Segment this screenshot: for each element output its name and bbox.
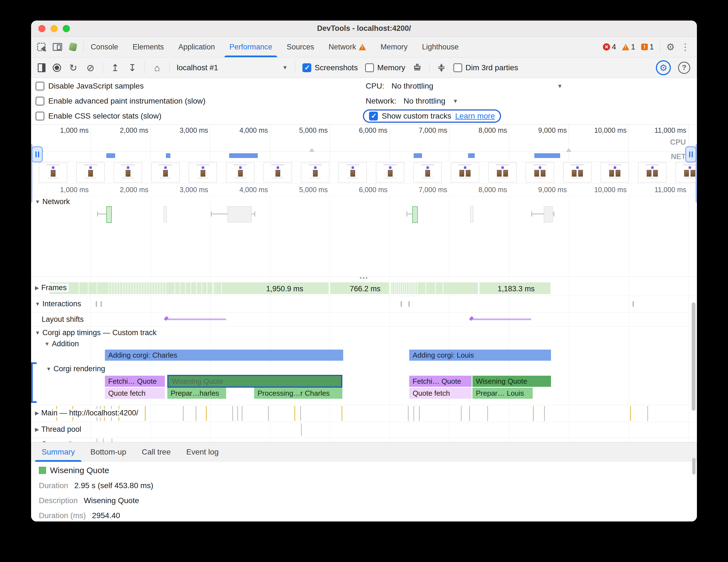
tab-elements[interactable]: Elements [125, 37, 171, 57]
tab-sources[interactable]: Sources [279, 37, 321, 57]
compositor-toggle[interactable]: ▶ Compositor [33, 440, 82, 442]
network-request[interactable] [470, 206, 473, 222]
record-button[interactable] [53, 64, 61, 72]
reload-record-button[interactable]: ↻ [68, 63, 78, 72]
details-tab-call-tree[interactable]: Call tree [134, 442, 178, 462]
timing-bar[interactable]: Quote fetch [105, 388, 165, 399]
chevron-down-icon[interactable]: ▼ [557, 83, 563, 89]
extension-icon[interactable] [69, 42, 77, 52]
screenshot-thumbnail[interactable] [39, 162, 67, 182]
clear-button[interactable]: ⊘ [85, 63, 95, 72]
timing-bar[interactable]: Prepar…harles [167, 388, 226, 399]
layout-shift-span[interactable] [472, 319, 531, 320]
timing-bar[interactable]: Adding corgi: Charles [105, 350, 343, 361]
screenshot-thumbnail[interactable] [676, 162, 697, 182]
details-tab-event-log[interactable]: Event log [178, 442, 226, 462]
interaction-mark[interactable] [633, 301, 634, 307]
device-toolbar-icon[interactable] [53, 43, 62, 51]
screenshot-thumbnail[interactable] [638, 162, 666, 182]
timing-bar[interactable]: Wisening Quote [167, 375, 342, 388]
main-thread-toggle[interactable]: ▶ Main — http://localhost:4200/ [33, 409, 140, 417]
timing-bar[interactable]: Fetchi… Quote [409, 376, 472, 387]
network-request[interactable] [227, 206, 252, 222]
warning-badge[interactable]: !1 [622, 43, 635, 51]
screenshot-thumbnail[interactable] [114, 162, 142, 182]
timeline-overview[interactable]: CPU NET 1,000 ms2,000 ms3,000 ms4,000 ms… [31, 125, 697, 162]
tab-lighthouse[interactable]: Lighthouse [415, 37, 466, 57]
collapse-icon[interactable] [437, 63, 446, 72]
network-request[interactable] [412, 206, 418, 223]
dim-3rd-parties-checkbox[interactable]: Dim 3rd parties [453, 63, 518, 72]
settings-checkbox-2[interactable]: Enable CSS selector stats (slow) [36, 109, 206, 123]
help-icon[interactable]: ? [678, 62, 690, 74]
cpu-throttle-select[interactable]: No throttling [391, 82, 433, 90]
close-button[interactable] [38, 25, 45, 32]
network-request[interactable] [106, 206, 112, 223]
screenshot-thumbnail[interactable] [563, 162, 591, 182]
screenshot-thumbnail[interactable] [301, 162, 329, 182]
network-request[interactable] [164, 206, 167, 222]
upload-profile-icon[interactable]: ↥ [110, 63, 120, 72]
home-icon[interactable]: ⌂ [152, 63, 162, 72]
details-scrollbar[interactable] [692, 458, 696, 475]
screenshot-thumbnail[interactable] [264, 162, 292, 182]
details-tab-summary[interactable]: Summary [34, 442, 83, 462]
settings-checkbox-0[interactable]: Disable JavaScript samples [36, 79, 206, 94]
settings-checkbox-1[interactable]: Enable advanced paint instrumentation (s… [36, 94, 206, 109]
inspect-element-icon[interactable] [37, 43, 45, 51]
more-options-icon[interactable]: ⋮ [681, 42, 690, 52]
tab-console[interactable]: Console [84, 37, 125, 57]
interaction-mark[interactable] [401, 301, 402, 307]
screenshot-thumbnail[interactable] [226, 162, 254, 182]
screenshot-thumbnail[interactable] [76, 162, 105, 182]
timing-bar[interactable]: Fetchi… Quote [105, 376, 165, 387]
timing-bar[interactable]: Wisening Quote [472, 376, 551, 387]
range-left-handle[interactable] [32, 146, 43, 162]
custom-tracks-checkbox[interactable] [369, 112, 378, 120]
custom-track-toggle[interactable]: ▼ Corgi app timings — Custom track [33, 329, 159, 337]
interaction-mark[interactable] [100, 301, 102, 307]
timing-bar[interactable]: Adding corgi: Louis [409, 350, 551, 361]
screenshot-thumbnail[interactable] [376, 162, 404, 182]
range-right-handle[interactable] [685, 146, 696, 162]
screenshot-thumbnail[interactable] [526, 162, 554, 182]
corgi-rendering-toggle[interactable]: ▼ Corgi rendering [44, 365, 107, 373]
screenshot-thumbnail[interactable] [601, 162, 629, 182]
memory-checkbox[interactable]: Memory [365, 63, 405, 72]
vertical-scrollbar[interactable] [692, 303, 696, 411]
zoom-button[interactable] [63, 25, 70, 32]
chevron-down-icon[interactable]: ▼ [453, 98, 458, 104]
screenshots-checkbox[interactable]: Screenshots [302, 63, 358, 72]
pane-resize-handle[interactable]: ••• [31, 276, 697, 281]
interaction-mark[interactable] [408, 301, 410, 307]
timing-bar[interactable]: Processing…r Charles [254, 388, 342, 399]
garbage-collect-icon[interactable] [413, 63, 422, 72]
timing-bar[interactable]: Prepar… Louis [472, 388, 533, 399]
screenshot-thumbnail[interactable] [488, 162, 517, 182]
session-select[interactable]: localhost #1 ▼ [177, 63, 288, 72]
tab-performance[interactable]: Performance [222, 37, 280, 57]
settings-gear-icon[interactable]: ⚙ [666, 41, 675, 52]
error-badge[interactable]: ×4 [603, 43, 616, 51]
tab-application[interactable]: Application [171, 37, 222, 57]
learn-more-link[interactable]: Learn more [455, 112, 495, 120]
screenshot-thumbnail[interactable] [338, 162, 367, 182]
network-throttle-select[interactable]: No throttling [403, 97, 445, 105]
screenshot-thumbnail[interactable] [189, 162, 217, 182]
timing-bar[interactable]: Quote fetch [409, 388, 472, 399]
screenshot-thumbnail[interactable] [151, 162, 180, 182]
frames-track-toggle[interactable]: ▶ Frames [33, 284, 69, 292]
layout-shift-span[interactable] [166, 319, 226, 320]
tab-memory[interactable]: Memory [373, 37, 415, 57]
minimize-button[interactable] [50, 25, 58, 32]
screenshot-thumbnail[interactable] [451, 162, 479, 182]
interaction-mark[interactable] [96, 301, 97, 307]
details-tab-bottom-up[interactable]: Bottom-up [83, 442, 134, 462]
download-profile-icon[interactable]: ↧ [127, 63, 137, 72]
network-request[interactable] [544, 206, 553, 222]
capture-settings-gear-icon[interactable]: ⚙ [656, 60, 671, 75]
interactions-track-toggle[interactable]: ▼ Interactions [33, 300, 83, 308]
addition-group-toggle[interactable]: ▼ Addition [42, 340, 81, 348]
tab-network[interactable]: Network! [321, 37, 373, 57]
issues-badge[interactable]: !1 [641, 43, 654, 51]
